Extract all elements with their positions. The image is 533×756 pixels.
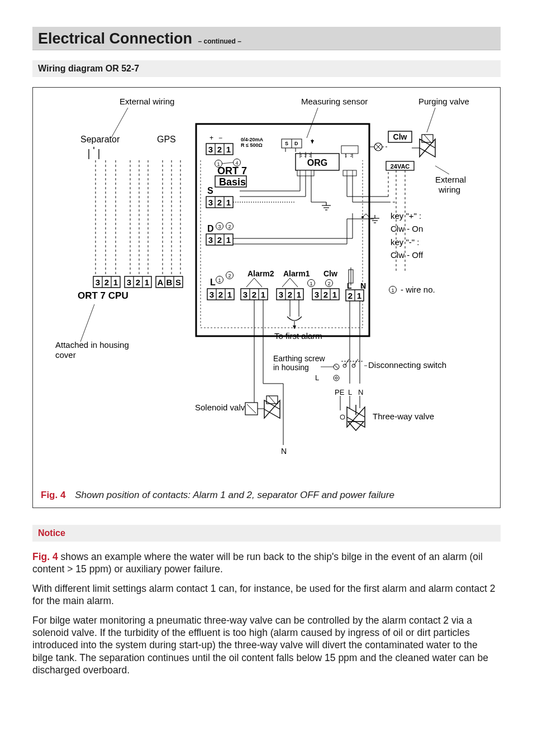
basis-label: Basis <box>219 176 246 188</box>
l-label: L <box>210 277 216 287</box>
svg-text:3: 3 <box>218 224 221 229</box>
svg-point-75 <box>361 216 364 218</box>
clw-label: Clw <box>393 132 407 141</box>
notice-para-2: With different limit settings alarm cont… <box>32 582 501 607</box>
label-signal1: 0/4-20mA <box>241 137 264 142</box>
svg-rect-44 <box>343 170 356 176</box>
fig-ref: Fig. 4 <box>32 551 58 562</box>
separator-label: Separator <box>80 135 120 144</box>
svg-text:D: D <box>294 141 298 146</box>
gps-label: GPS <box>157 135 176 144</box>
svg-text:−: − <box>218 134 222 142</box>
svg-line-94 <box>354 359 358 366</box>
svg-point-110 <box>340 415 345 419</box>
svg-line-21 <box>307 108 318 138</box>
ort7-label: ORT 7 <box>217 165 247 176</box>
figure-4: 3 2 1 2 1 <box>32 87 501 508</box>
label-purging-valve: Purging valve <box>418 97 469 106</box>
section-subtitle: – continued – <box>198 37 241 45</box>
label-external-wiring: External wiring <box>120 97 174 106</box>
svg-text:A: A <box>158 277 164 287</box>
attached1: Attached in housing <box>55 340 129 350</box>
external-wiring-2a: External <box>435 175 466 184</box>
figure-caption: Fig. 4 Shown position of contacts: Alarm… <box>33 484 500 508</box>
l2-label: L <box>348 388 352 396</box>
svg-text:1: 1 <box>217 161 220 167</box>
to-first-alarm: To first alarm <box>274 331 322 341</box>
svg-rect-51 <box>341 146 358 154</box>
svg-point-101 <box>335 377 337 379</box>
svg-text:N: N <box>281 447 287 456</box>
external-wiring-2b: wiring <box>438 185 460 194</box>
section-title: Electrical Connection <box>38 30 192 47</box>
svg-text:3: 3 <box>309 154 311 157</box>
d-label: D <box>207 224 214 233</box>
svg-text:4: 4 <box>235 160 238 166</box>
n2-label: N <box>358 388 363 396</box>
figure-number: Fig. 4 <box>41 490 65 500</box>
org-label: ORG <box>307 158 327 168</box>
svg-rect-23 <box>196 124 369 336</box>
subsection-header: Wiring diagram OR 52-7 <box>32 60 501 77</box>
wire-no: - wire no. <box>401 285 435 294</box>
svg-line-65 <box>222 162 233 164</box>
svg-text:1: 1 <box>218 277 221 283</box>
figure-caption-text: Shown position of contacts: Alarm 1 and … <box>75 490 394 500</box>
svg-text:B: B <box>166 277 173 287</box>
notice-para-3: For bilge water monitoring a pneumatic t… <box>32 614 501 677</box>
pe-label: PE <box>335 388 345 396</box>
disconnecting-switch: Disconnecting switch <box>368 360 446 370</box>
notice-body: Fig. 4 shows an example where the water … <box>32 551 501 677</box>
svg-text:2: 2 <box>327 281 330 286</box>
svg-line-93 <box>345 359 349 366</box>
notice-header: Notice <box>32 525 501 542</box>
svg-line-120 <box>80 304 94 342</box>
svg-line-135 <box>435 166 449 174</box>
label-measuring-sensor: Measuring sensor <box>301 97 368 106</box>
svg-text:1: 1 <box>391 288 394 293</box>
svg-text:S: S <box>175 277 181 287</box>
s-label: S <box>207 186 213 195</box>
clw-off: Clw - Off <box>391 250 423 260</box>
svg-text:2: 2 <box>228 273 231 279</box>
threeway-label: Three-way valve <box>373 412 434 421</box>
svg-text:1: 1 <box>310 281 312 286</box>
notice-para-1: Fig. 4 shows an example where the water … <box>32 551 501 576</box>
earthing-2: in housing <box>273 363 309 372</box>
svg-line-22 <box>427 108 435 132</box>
label-signal2: R ≤ 500Ω <box>241 142 263 148</box>
ort7cpu-label: ORT 7 CPU <box>78 290 129 301</box>
alarm2-label: Alarm2 <box>248 269 274 278</box>
svg-text:1: 1 <box>300 154 302 157</box>
wiring-diagram: 3 2 1 2 1 <box>33 88 500 484</box>
clw2-label: Clw <box>323 269 337 278</box>
svg-text:+: + <box>210 134 213 142</box>
attached2: cover <box>55 350 76 360</box>
alarm1-label: Alarm1 <box>283 269 310 278</box>
svg-text:2: 2 <box>350 154 353 157</box>
svg-text:L: L <box>315 374 319 382</box>
svg-text:S: S <box>285 141 288 146</box>
notice-para-1-text: shows an example where the water will be… <box>32 551 483 575</box>
svg-text:2: 2 <box>228 224 231 229</box>
clw-on: Clw - On <box>391 224 423 233</box>
earthing-1: Earthing screw <box>273 354 325 363</box>
solenoid-label: Solenoid valve <box>195 403 250 412</box>
key-minus: key "-" : <box>391 237 420 247</box>
svg-line-20 <box>111 108 128 138</box>
svg-text:L: L <box>347 281 352 290</box>
svg-text:N: N <box>360 281 366 290</box>
key-plus: key "+" : <box>391 211 421 221</box>
section-header: Electrical Connection – continued – <box>32 27 501 50</box>
24vac-label: 24VAC <box>391 163 410 170</box>
